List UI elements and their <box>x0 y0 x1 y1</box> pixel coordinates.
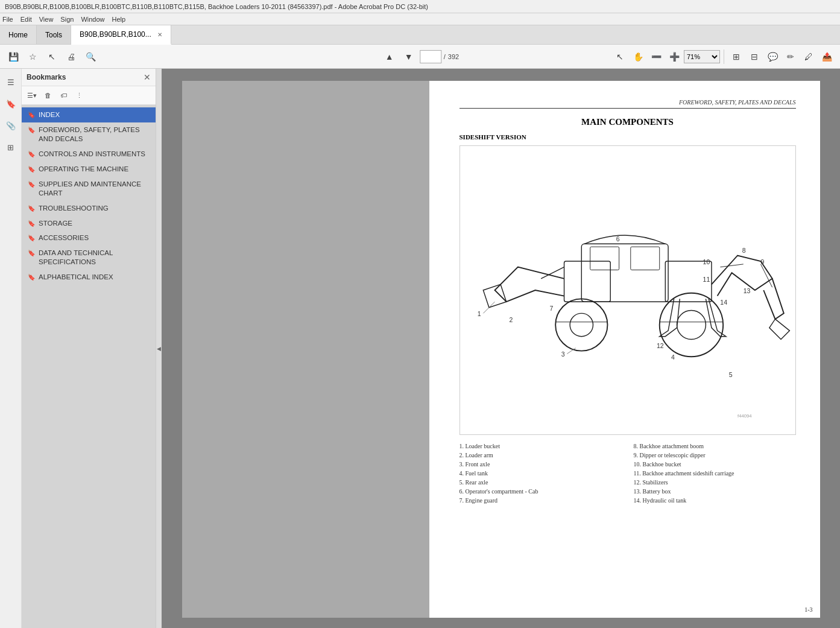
sidebar-header: Bookmarks ✕ <box>22 69 156 86</box>
svg-rect-2 <box>630 247 659 270</box>
bookmark-item-8[interactable]: 🔖 DATA AND TECHNICAL SPECIFICATIONS <box>22 246 156 270</box>
sidebar-icon-pages[interactable]: ☰ <box>2 74 19 90</box>
parts-list-item-13: 13. Battery box <box>634 487 796 495</box>
zoom-out-button[interactable]: ➖ <box>648 48 665 65</box>
bookmark-item-2[interactable]: 🔖 CONTROLS AND INSTRUMENTS <box>22 147 156 162</box>
menu-help[interactable]: Help <box>112 16 126 23</box>
svg-text:14: 14 <box>720 299 727 306</box>
toolbar: 💾 ☆ ↖ 🖨 🔍 ▲ ▼ 13 / 392 ↖ ✋ ➖ ➕ 71% 50% 7… <box>0 45 840 69</box>
svg-text:6: 6 <box>616 235 619 243</box>
pdf-viewer[interactable]: FOREWORD, SAFETY, PLATES AND DECALS MAIN… <box>162 69 840 628</box>
bookmark-label: OPERATING THE MACHINE <box>39 165 128 174</box>
spread-button[interactable]: ⊟ <box>746 48 763 65</box>
svg-text:5: 5 <box>728 371 732 378</box>
tab-home[interactable]: Home <box>0 25 37 44</box>
svg-text:13: 13 <box>743 287 750 294</box>
svg-point-5 <box>555 299 607 350</box>
bookmark-icon: 🔖 <box>28 126 35 134</box>
sidebar-icon-bookmarks[interactable]: 🔖 <box>2 95 19 112</box>
svg-text:9: 9 <box>760 258 764 265</box>
pdf-sub-title: SIDESHIFT VERSION <box>459 133 796 141</box>
svg-text:4: 4 <box>671 354 674 361</box>
sidebar-icon-layers[interactable]: ⊞ <box>2 139 19 156</box>
prev-page-button[interactable]: ▲ <box>381 48 398 65</box>
main-area: ☰ 🔖 📎 ⊞ Bookmarks ✕ ☰▾ 🗑 🏷 ⋮ 🔖 INDEX 🔖 <box>0 69 840 628</box>
share-button[interactable]: 📤 <box>818 48 835 65</box>
parts-list-item-5: 5. Rear axle <box>459 478 622 486</box>
sidebar-toolbar: ☰▾ 🗑 🏷 ⋮ <box>22 86 156 105</box>
comment-button[interactable]: 💬 <box>764 48 781 65</box>
bookmark-item-9[interactable]: 🔖 ALPHABETICAL INDEX <box>22 270 156 285</box>
draw-button[interactable]: ✏ <box>782 48 799 65</box>
parts-list-item-1: 1. Loader bucket <box>459 442 622 450</box>
tab-tools-label: Tools <box>45 31 62 39</box>
bookmark-item-5[interactable]: 🔖 TROUBLESHOOTING <box>22 201 156 216</box>
svg-text:3: 3 <box>561 350 564 358</box>
title-bar: B90B,B90BLR,B100B,B100BLR,B100BTC,B110B,… <box>0 0 840 13</box>
select-tool-button[interactable]: ↖ <box>611 48 628 65</box>
parts-list-item-7: 7. Engine guard <box>459 496 622 504</box>
sidebar-delete-button[interactable]: 🗑 <box>41 89 54 102</box>
print-button[interactable]: 🖨 <box>63 48 80 65</box>
sidebar-expand-all-button[interactable]: ☰▾ <box>25 89 39 102</box>
sidebar-options-button[interactable]: ⋮ <box>72 89 86 102</box>
save-button[interactable]: 💾 <box>5 48 22 65</box>
bookmark-icon: 🔖 <box>28 234 35 242</box>
bookmark-label: TROUBLESHOOTING <box>39 204 109 213</box>
parts-list-item-12: 12. Stabilizers <box>634 478 796 486</box>
zoom-select[interactable]: 71% 50% 75% 100% 125% 150% <box>684 50 720 63</box>
bookmark-add-button[interactable]: ☆ <box>24 48 41 65</box>
sidebar-icon-attachments[interactable]: 📎 <box>2 117 19 134</box>
hand-tool-button[interactable]: ✋ <box>630 48 646 65</box>
bookmark-label: INDEX <box>39 110 60 119</box>
menu-sign[interactable]: Sign <box>60 16 74 23</box>
bookmark-item-3[interactable]: 🔖 OPERATING THE MACHINE <box>22 162 156 177</box>
tab-home-label: Home <box>8 31 28 39</box>
menu-edit[interactable]: Edit <box>21 16 32 23</box>
parts-list-item-10: 10. Backhoe bucket <box>634 460 796 468</box>
parts-list-item-3: 3. Front axle <box>459 460 622 468</box>
fit-page-button[interactable]: ⊞ <box>728 48 745 65</box>
parts-list-item-4: 4. Fuel tank <box>459 469 622 477</box>
tab-document[interactable]: B90B,B90BLR,B100... ✕ <box>71 25 171 45</box>
sidebar-close-button[interactable]: ✕ <box>144 72 151 82</box>
tab-tools[interactable]: Tools <box>37 25 71 44</box>
bookmark-label: CONTROLS AND INSTRUMENTS <box>39 150 145 159</box>
backhoe-diagram: 1 2 3 4 5 6 7 <box>460 146 795 434</box>
page-separator: / <box>444 53 446 60</box>
tab-bar: Home Tools B90B,B90BLR,B100... ✕ <box>0 25 840 45</box>
bookmark-icon: 🔖 <box>28 220 35 227</box>
parts-list-item-2: 2. Loader arm <box>459 451 622 459</box>
bookmark-icon: 🔖 <box>28 165 35 173</box>
bookmark-icon: 🔖 <box>28 180 35 188</box>
sidebar-collapse-handle[interactable]: ◀ <box>156 69 162 628</box>
menu-window[interactable]: Window <box>81 16 104 23</box>
back-button[interactable]: ↖ <box>43 48 60 65</box>
bookmark-label: ALPHABETICAL INDEX <box>39 273 113 282</box>
parts-list-item-6: 6. Operator's compartment - Cab <box>459 487 622 495</box>
search-button[interactable]: 🔍 <box>82 48 99 65</box>
tab-document-label: B90B,B90BLR,B100... <box>80 30 151 39</box>
bookmark-icon: 🔖 <box>28 273 35 281</box>
menu-file[interactable]: File <box>2 16 13 23</box>
pdf-page-right: FOREWORD, SAFETY, PLATES AND DECALS MAIN… <box>429 81 820 618</box>
tab-close-button[interactable]: ✕ <box>157 31 162 38</box>
bookmark-label: DATA AND TECHNICAL SPECIFICATIONS <box>39 249 151 267</box>
menu-view[interactable]: View <box>39 16 54 23</box>
bookmark-icon: 🔖 <box>28 150 35 158</box>
page-number-input[interactable]: 13 <box>420 50 441 63</box>
svg-text:11: 11 <box>703 276 710 283</box>
bookmark-item-6[interactable]: 🔖 STORAGE <box>22 216 156 231</box>
bookmarks-panel: Bookmarks ✕ ☰▾ 🗑 🏷 ⋮ 🔖 INDEX 🔖 FOREWORD,… <box>22 69 156 628</box>
bookmark-item-7[interactable]: 🔖 ACCESSORIES <box>22 230 156 246</box>
bookmark-item-1[interactable]: 🔖 FOREWORD, SAFETY, PLATES AND DECALS <box>22 122 156 147</box>
zoom-in-button[interactable]: ➕ <box>666 48 683 65</box>
bookmark-item-4[interactable]: 🔖 SUPPLIES AND MAINTENANCE CHART <box>22 177 156 201</box>
sidebar-tag-button[interactable]: 🏷 <box>57 89 70 102</box>
annotate-button[interactable]: 🖊 <box>800 48 817 65</box>
bookmark-icon: 🔖 <box>28 249 35 257</box>
next-page-button[interactable]: ▼ <box>400 48 417 65</box>
parts-list: 1. Loader bucket8. Backhoe attachment bo… <box>459 442 796 504</box>
bookmark-item-0[interactable]: 🔖 INDEX <box>22 107 156 122</box>
svg-text:1: 1 <box>477 310 481 317</box>
